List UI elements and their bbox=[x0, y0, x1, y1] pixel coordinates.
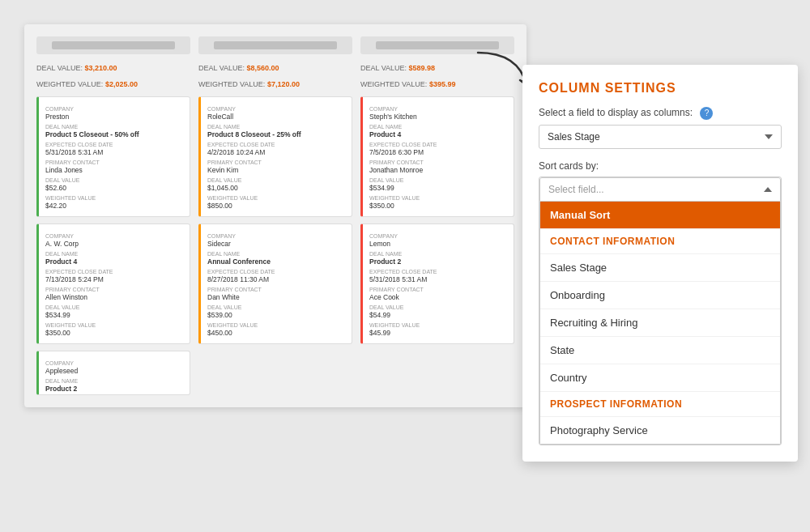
dropdown-option[interactable]: Recruiting & Hiring bbox=[540, 309, 780, 337]
kanban-card[interactable]: COMPANY A. W. Corp DEAL NAME Product 4 E… bbox=[36, 223, 190, 344]
kanban-card[interactable]: COMPANY Steph's Kitchen DEAL NAME Produc… bbox=[360, 96, 514, 217]
selected-field-label: Sales Stage bbox=[548, 131, 600, 143]
column-settings-panel: COLUMN SETTINGS Select a field to displa… bbox=[522, 65, 798, 462]
dropdown-list: Manual SortCONTACT INFORMATIONSales Stag… bbox=[539, 202, 781, 445]
dropdown-option[interactable]: Manual Sort bbox=[540, 202, 780, 229]
chevron-down-icon bbox=[765, 134, 773, 139]
kanban-col-1: DEAL VALUE: $3,210.00 WEIGHTED VALUE: $2… bbox=[36, 36, 190, 395]
sort-label: Sort cards by: bbox=[539, 160, 782, 172]
dropdown-section-header: CONTACT INFORMATION bbox=[540, 229, 780, 254]
dropdown-header[interactable]: Select field... bbox=[539, 177, 781, 202]
dropdown-option[interactable]: Sales Stage bbox=[540, 254, 780, 282]
chevron-up-icon bbox=[764, 187, 772, 192]
kanban-card[interactable]: COMPANY Preston DEAL NAME Product 5 Clos… bbox=[36, 96, 190, 217]
sort-placeholder: Select field... bbox=[548, 184, 604, 195]
col1-weighted-value: WEIGHTED VALUE: $2,025.00 bbox=[36, 80, 190, 88]
dropdown-option[interactable]: Photography Service bbox=[540, 417, 780, 445]
col2-deal-value: DEAL VALUE: $8,560.00 bbox=[198, 64, 352, 72]
dropdown-option[interactable]: State bbox=[540, 337, 780, 364]
field-select-label: Select a field to display as columns: ? bbox=[539, 107, 782, 120]
kanban-card[interactable]: COMPANY RoleCall DEAL NAME Product 8 Clo… bbox=[198, 96, 352, 217]
kanban-card[interactable]: COMPANY Lemon DEAL NAME Product 2 EXPECT… bbox=[360, 223, 514, 344]
field-select-dropdown[interactable]: Sales Stage bbox=[539, 125, 782, 149]
dropdown-section-header: PROSPECT INFORMATION bbox=[540, 392, 780, 417]
kanban-columns: DEAL VALUE: $3,210.00 WEIGHTED VALUE: $2… bbox=[36, 36, 514, 395]
kanban-card[interactable]: COMPANY Appleseed DEAL NAME Product 2 EX… bbox=[36, 351, 190, 395]
main-container: DEAL VALUE: $3,210.00 WEIGHTED VALUE: $2… bbox=[0, 0, 810, 532]
dropdown-option[interactable]: Onboarding bbox=[540, 282, 780, 309]
col1-deal-value: DEAL VALUE: $3,210.00 bbox=[36, 64, 190, 72]
col-header-1 bbox=[36, 36, 190, 54]
sort-dropdown[interactable]: Select field... Manual SortCONTACT INFOR… bbox=[539, 177, 782, 445]
col2-weighted-value: WEIGHTED VALUE: $7,120.00 bbox=[198, 80, 352, 88]
dropdown-option[interactable]: Country bbox=[540, 364, 780, 392]
help-icon[interactable]: ? bbox=[700, 107, 713, 120]
panel-title: COLUMN SETTINGS bbox=[539, 81, 782, 96]
kanban-col-2: DEAL VALUE: $8,560.00 WEIGHTED VALUE: $7… bbox=[198, 36, 352, 395]
kanban-board: DEAL VALUE: $3,210.00 WEIGHTED VALUE: $2… bbox=[24, 24, 526, 407]
kanban-card[interactable]: COMPANY Sidecar DEAL NAME Annual Confere… bbox=[198, 223, 352, 344]
col-header-2 bbox=[198, 36, 352, 54]
